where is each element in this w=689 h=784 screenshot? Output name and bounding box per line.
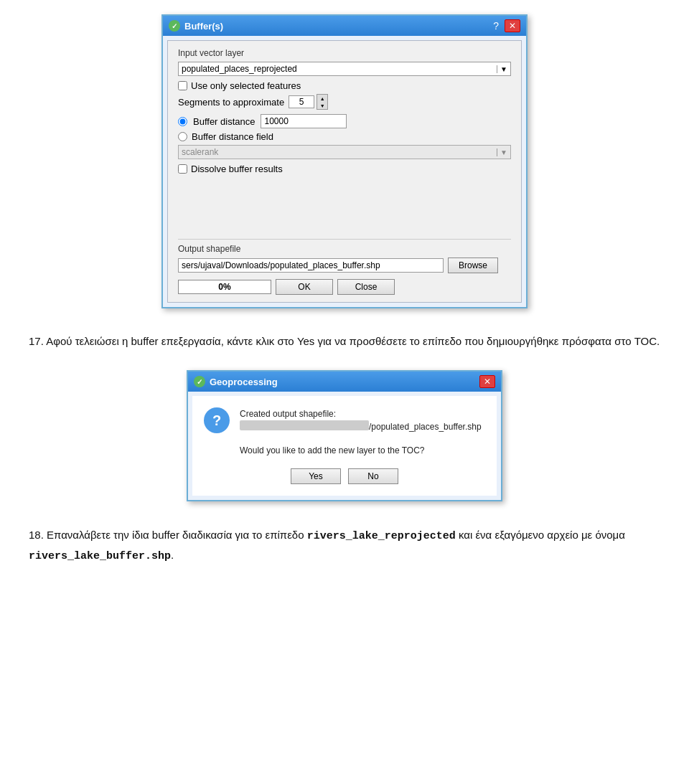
ok-button[interactable]: OK: [276, 279, 333, 295]
geo-message-content: Created output shapefile: /populated_pla…: [240, 407, 482, 457]
browse-button[interactable]: Browse: [448, 258, 498, 273]
scalerank-value: scalerank: [182, 147, 218, 157]
progress-label: 0%: [218, 282, 230, 292]
text-section-17: 17. Αφού τελειώσει η buffer επεξεργασία,…: [29, 326, 660, 357]
spin-arrows: ▲ ▼: [317, 94, 328, 110]
segments-input[interactable]: [289, 95, 314, 108]
rivers-lake-buffer-text: rivers_lake_buffer.shp: [29, 550, 171, 562]
dissolve-row: Dissolve buffer results: [178, 164, 511, 174]
titlebar-left: Buffer(s): [169, 20, 223, 32]
geoprocessing-dialog: Geoprocessing ✕ ? Created output shapefi…: [187, 370, 502, 501]
geo-dialog-body: ? Created output shapefile: /populated_p…: [192, 396, 497, 496]
section-18-middle: και ένα εξαγόμενο αρχείο με όνομα: [459, 529, 625, 541]
section-17-content: Αφού τελειώσει η buffer επεξεργασία, κάν…: [46, 335, 660, 347]
dissolve-label: Dissolve buffer results: [191, 164, 283, 174]
use-selected-row: Use only selected features: [178, 80, 511, 91]
geo-blurred-path: [240, 420, 369, 430]
scalerank-arrow-icon: ▼: [497, 148, 507, 156]
input-layer-label: Input vector layer: [178, 48, 511, 58]
progress-bar: 0%: [178, 280, 271, 294]
geo-dialog-title: Geoprocessing: [210, 377, 278, 387]
buffer-titlebar: Buffer(s) ? ✕: [163, 16, 526, 36]
geo-titlebar-left: Geoprocessing: [194, 376, 278, 387]
output-label: Output shapefile: [178, 244, 511, 254]
buffer-dialog-body: Input vector layer populated_places_repr…: [167, 40, 522, 303]
section-17-number: 17.: [29, 335, 44, 347]
combo-arrow-icon: ▼: [497, 65, 507, 73]
input-layer-section: Input vector layer populated_places_repr…: [178, 48, 511, 76]
geo-message-row: ? Created output shapefile: /populated_p…: [204, 407, 485, 457]
close-x-button[interactable]: ✕: [505, 19, 520, 32]
geo-titlebar-right: ✕: [479, 375, 495, 388]
section-18-suffix: .: [171, 549, 174, 561]
geo-file-suffix: /populated_places_buffer.shp: [369, 422, 482, 432]
input-layer-combo[interactable]: populated_places_reprojected ▼: [178, 62, 511, 76]
section-18-number: 18.: [29, 529, 44, 541]
question-icon: ?: [204, 407, 230, 433]
buffer-distance-radio[interactable]: [178, 117, 187, 126]
empty-area: [178, 177, 511, 235]
spin-up-button[interactable]: ▲: [317, 95, 327, 102]
buffer-distance-label: Buffer distance: [193, 116, 255, 127]
dissolve-checkbox[interactable]: [178, 164, 187, 174]
spin-down-button[interactable]: ▼: [317, 102, 327, 109]
use-selected-checkbox[interactable]: [178, 81, 187, 90]
geo-created-label: Created output shapefile: /populated_pla…: [240, 407, 482, 433]
close-button[interactable]: Close: [337, 279, 395, 295]
divider: [178, 239, 511, 240]
use-selected-label: Use only selected features: [191, 80, 301, 91]
rivers-lake-reprojected-text: rivers_lake_reprojected: [307, 530, 456, 542]
geo-question: Would you like to add the new layer to t…: [240, 444, 482, 457]
output-section: Output shapefile Browse: [178, 244, 511, 273]
buffer-dialog: Buffer(s) ? ✕ Input vector layer populat…: [161, 14, 528, 308]
section-18-prefix: Επαναλάβετε την ίδια buffer διαδικασία γ…: [47, 529, 304, 541]
titlebar-right: ? ✕: [490, 19, 520, 32]
geo-close-x-button[interactable]: ✕: [479, 375, 495, 388]
bottom-row: 0% OK Close: [178, 279, 511, 295]
buffer-distance-field-label: Buffer distance field: [192, 131, 273, 142]
buffer-distance-row: Buffer distance: [178, 114, 511, 128]
geo-titlebar: Geoprocessing ✕: [188, 372, 501, 392]
buffer-dialog-title: Buffer(s): [184, 21, 223, 32]
text-section-18: 18. Επαναλάβετε την ίδια buffer διαδικασ…: [29, 519, 660, 572]
output-path-input[interactable]: [178, 258, 444, 273]
scalerank-section: scalerank ▼: [178, 145, 511, 159]
segments-spinbox: ▲ ▼: [289, 94, 328, 110]
help-button[interactable]: ?: [490, 21, 502, 31]
buffer-distance-field-radio[interactable]: [178, 132, 187, 141]
segments-label: Segments to approximate: [178, 97, 284, 108]
yes-button[interactable]: Yes: [291, 468, 341, 484]
segments-row: Segments to approximate ▲ ▼: [178, 94, 511, 110]
output-path-row: Browse: [178, 258, 511, 273]
qgis-geo-icon: [194, 376, 205, 387]
input-layer-value: populated_places_reprojected: [182, 64, 297, 74]
geo-button-row: Yes No: [204, 468, 485, 484]
qgis-icon: [169, 20, 180, 32]
no-button[interactable]: No: [348, 468, 398, 484]
scalerank-combo[interactable]: scalerank ▼: [178, 145, 511, 159]
buffer-distance-field-row: Buffer distance field: [178, 131, 511, 142]
buffer-distance-input[interactable]: [261, 114, 347, 128]
